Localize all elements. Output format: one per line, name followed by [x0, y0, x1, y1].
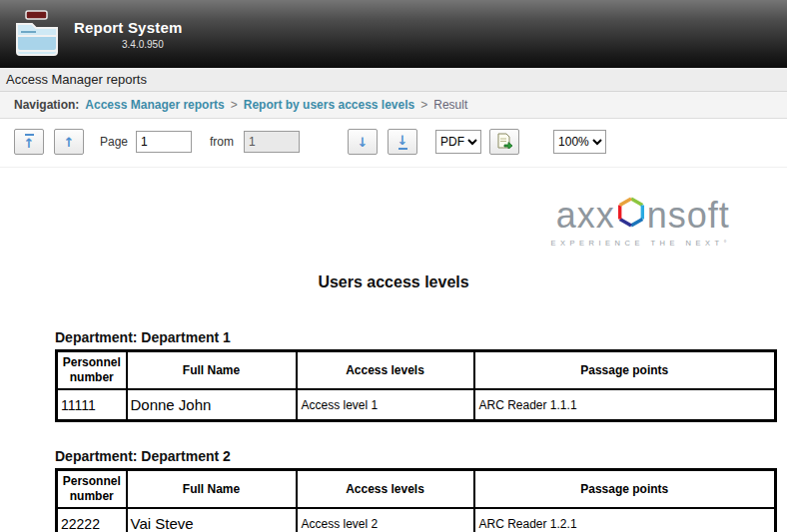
- breadcrumb-prefix: Navigation:: [14, 98, 79, 112]
- last-page-button[interactable]: ↓: [388, 129, 417, 155]
- column-header-passage-points: Passage points: [474, 351, 776, 390]
- cell-personnel-number: 11111: [57, 389, 127, 421]
- table-header-row: Personnel number Full Name Access levels…: [57, 351, 776, 390]
- page-number-input[interactable]: [136, 131, 192, 153]
- department-heading: Department: Department 1: [55, 329, 777, 345]
- report-title: Users access levels: [0, 273, 787, 291]
- up-arrow-icon: ↑: [24, 137, 35, 150]
- page-label: Page: [100, 135, 128, 149]
- axxonsoft-wordmark: axx nsoft: [556, 196, 730, 235]
- folder-icon: [12, 10, 62, 58]
- column-header-passage-points: Passage points: [474, 470, 776, 509]
- logo-text-right: nsoft: [647, 198, 730, 234]
- export-report-icon: [496, 133, 513, 152]
- report-viewport: axx nsoft EXPERIENCE THE NEXT°: [0, 196, 787, 532]
- column-header-full-name: Full Name: [127, 470, 297, 509]
- export-button[interactable]: [489, 129, 519, 155]
- department-1-table: Personnel number Full Name Access levels…: [55, 349, 777, 422]
- app-title: Report System: [74, 19, 182, 36]
- export-format-select[interactable]: PDF: [435, 130, 481, 154]
- cell-access-levels: Access level 2: [297, 508, 474, 532]
- breadcrumb-separator: >: [231, 98, 238, 112]
- column-header-personnel-number: Personnel number: [57, 470, 127, 509]
- up-arrow-icon: ↑: [64, 136, 75, 149]
- first-page-button[interactable]: ↑: [14, 129, 44, 155]
- table-row: 11111 Donne John Access level 1 ARC Read…: [57, 389, 776, 421]
- cell-full-name: Vai Steve: [127, 508, 297, 532]
- breadcrumb-link-access-manager-reports[interactable]: Access Manager reports: [85, 98, 224, 112]
- table-header-row: Personnel number Full Name Access levels…: [57, 470, 776, 509]
- total-pages-field: [244, 131, 300, 153]
- breadcrumb-link-report-by-users-access-levels[interactable]: Report by users access levels: [244, 98, 414, 112]
- breadcrumb-current-result: Result: [433, 98, 467, 112]
- cell-full-name: Donne John: [127, 389, 297, 421]
- column-header-full-name: Full Name: [127, 351, 297, 390]
- breadcrumb-separator: >: [420, 98, 427, 112]
- cell-personnel-number: 22222: [57, 508, 127, 532]
- department-2-table: Personnel number Full Name Access levels…: [55, 468, 777, 532]
- app-version: 3.4.0.950: [122, 39, 182, 50]
- column-header-personnel-number: Personnel number: [57, 351, 127, 390]
- report-system-app: Report System 3.4.0.950 Access Manager r…: [0, 0, 787, 532]
- down-arrow-icon: ↓: [358, 136, 369, 149]
- next-page-button[interactable]: ↓: [348, 129, 378, 155]
- cell-passage-points: ARC Reader 1.2.1: [474, 508, 776, 532]
- app-header: Report System 3.4.0.950: [0, 0, 787, 68]
- cell-access-levels: Access level 1: [297, 389, 474, 421]
- logo-text-left: axx: [556, 198, 615, 234]
- down-arrow-icon: ↓: [397, 134, 408, 147]
- column-header-access-levels: Access levels: [297, 470, 474, 509]
- section-title: Access Manager reports: [6, 72, 147, 87]
- axxonsoft-logo: axx nsoft EXPERIENCE THE NEXT°: [551, 196, 735, 248]
- previous-page-button[interactable]: ↑: [54, 129, 84, 155]
- breadcrumb: Navigation: Access Manager reports > Rep…: [0, 92, 787, 119]
- department-heading: Department: Department 2: [55, 448, 777, 464]
- report-toolbar: ↑ ↑ Page from ↓ ↓ PDF: [0, 119, 787, 168]
- department-section-2: Department: Department 2 Personnel numbe…: [55, 448, 777, 532]
- section-bar: Access Manager reports: [0, 68, 787, 92]
- from-label: from: [210, 135, 234, 149]
- last-page-icon: [398, 148, 407, 150]
- logo-tagline: EXPERIENCE THE NEXT°: [551, 239, 735, 248]
- table-row: 22222 Vai Steve Access level 2 ARC Reade…: [57, 508, 776, 532]
- department-section-1: Department: Department 1 Personnel numbe…: [55, 329, 777, 422]
- column-header-access-levels: Access levels: [297, 351, 474, 390]
- zoom-select[interactable]: 100%: [553, 130, 606, 154]
- cell-passage-points: ARC Reader 1.1.1: [474, 389, 776, 421]
- vendor-logo-area: axx nsoft EXPERIENCE THE NEXT°: [0, 196, 787, 248]
- hexagon-icon: [616, 196, 646, 235]
